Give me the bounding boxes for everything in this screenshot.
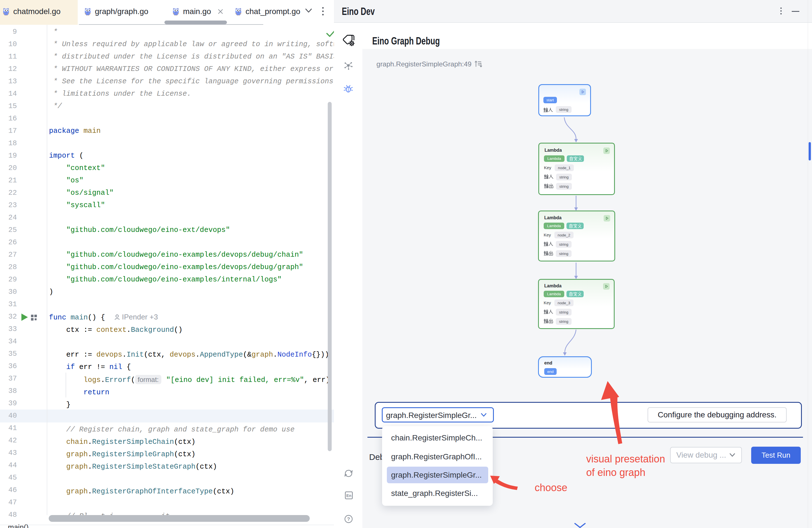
svg-text:?: ? [347,516,350,522]
svg-text:En: En [346,494,351,498]
